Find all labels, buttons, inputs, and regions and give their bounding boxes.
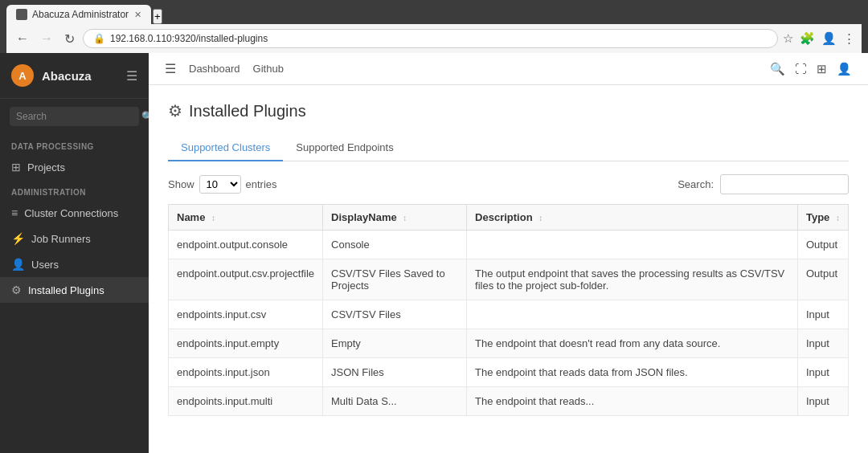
installed-plugins-icon: ⚙: [11, 284, 22, 296]
reload-button[interactable]: ↻: [61, 30, 78, 48]
cell-type: Input: [797, 329, 848, 358]
sidebar-item-users-label: Users: [31, 259, 59, 271]
sidebar-item-job-runners-label: Job Runners: [31, 233, 91, 245]
section-label-administration: ADMINISTRATION: [0, 180, 149, 200]
cell-name: endpoint.output.csv.projectfile: [169, 259, 323, 300]
col-header-name[interactable]: Name ↕: [169, 205, 323, 231]
search-input[interactable]: [16, 111, 137, 122]
cell-type: Output: [797, 231, 848, 259]
new-tab-button[interactable]: +: [153, 9, 162, 24]
app-logo: A: [11, 64, 34, 87]
cell-displayname: Empty: [323, 329, 467, 358]
active-tab[interactable]: Abacuza Administrator ✕: [6, 5, 151, 24]
address-bar[interactable]: 🔒 192.168.0.110:9320/installed-plugins: [83, 29, 778, 48]
cell-type: Input: [797, 387, 848, 416]
extensions-button[interactable]: 🧩: [800, 31, 815, 46]
cell-displayname: CSV/TSV Files Saved to Projects: [323, 259, 467, 300]
cell-name: endpoints.input.empty: [169, 329, 323, 358]
projects-icon: ⊞: [11, 161, 21, 173]
sidebar-item-users[interactable]: 👤 Users: [0, 251, 149, 277]
sort-icon-displayname: ↕: [403, 214, 407, 222]
cell-displayname: CSV/TSV Files: [323, 300, 467, 329]
table-row: endpoints.input.multi Multi Data S... Th…: [169, 387, 849, 416]
data-table: Name ↕ DisplayName ↕ Description ↕ Typ: [168, 204, 849, 416]
sidebar-item-projects[interactable]: ⊞ Projects: [0, 154, 149, 180]
tab-favicon: [16, 9, 27, 20]
table-row: endpoint.output.csv.projectfile CSV/TSV …: [169, 259, 849, 300]
topbar-menu-icon[interactable]: ☰: [165, 61, 176, 76]
cell-description: The output endpoint that saves the proce…: [467, 259, 798, 300]
page-title-text: Installed Plugins: [189, 102, 306, 120]
sidebar: A Abacuza ☰ 🔍 DATA PROCESSING ⊞ Projects…: [0, 53, 149, 453]
table-search: Search:: [678, 174, 849, 194]
browser-actions: ☆ 🧩 👤 ⋮: [783, 31, 855, 46]
hamburger-icon[interactable]: ☰: [126, 68, 137, 84]
browser-toolbar: ← → ↻ 🔒 192.168.0.110:9320/installed-plu…: [6, 24, 862, 53]
topbar-actions: 🔍 ⛶ ⊞ 👤: [770, 62, 852, 76]
sidebar-item-installed-plugins[interactable]: ⚙ Installed Plugins: [0, 277, 149, 303]
app-name: Abacuza: [42, 69, 92, 83]
table-body: endpoint.output.console Console Output e…: [169, 231, 849, 416]
page-title: ⚙ Installed Plugins: [168, 101, 849, 120]
sidebar-search: 🔍: [0, 99, 149, 134]
entries-suffix: entries: [246, 178, 277, 190]
cell-description: The endpoint that reads data from JSON f…: [467, 358, 798, 387]
tab-title: Abacuza Administrator: [32, 9, 129, 20]
col-header-type[interactable]: Type ↕: [797, 205, 848, 231]
sort-icon-name: ↕: [211, 214, 215, 222]
address-text: 192.168.0.110:9320/installed-plugins: [110, 33, 268, 44]
tab-supported-endpoints[interactable]: Supported Endpoints: [283, 135, 406, 161]
cell-name: endpoint.output.console: [169, 231, 323, 259]
table-row: endpoints.input.csv CSV/TSV Files Input: [169, 300, 849, 329]
topbar: ☰ Dashboard Github 🔍 ⛶ ⊞ 👤: [149, 53, 868, 85]
cell-name: endpoints.input.json: [169, 358, 323, 387]
cell-description: The endpoint that reads...: [467, 387, 798, 416]
profile-button[interactable]: 👤: [821, 31, 837, 46]
job-runners-icon: ⚡: [11, 232, 25, 245]
cell-type: Input: [797, 358, 848, 387]
table-row: endpoint.output.console Console Output: [169, 231, 849, 259]
browser-chrome: Abacuza Administrator ✕ + ← → ↻ 🔒 192.16…: [0, 0, 868, 53]
cluster-connections-icon: ≡: [11, 206, 18, 219]
table-row: endpoints.input.empty Empty The endpoint…: [169, 329, 849, 358]
show-label: Show: [168, 178, 194, 190]
table-search-input[interactable]: [720, 174, 849, 194]
sidebar-header: A Abacuza ☰: [0, 53, 149, 99]
sidebar-item-projects-label: Projects: [27, 161, 65, 173]
sidebar-item-installed-plugins-label: Installed Plugins: [28, 284, 104, 296]
cell-description: [467, 231, 798, 259]
topbar-user-icon[interactable]: 👤: [837, 62, 852, 76]
tab-close-button[interactable]: ✕: [134, 10, 141, 20]
topbar-link-dashboard[interactable]: Dashboard: [189, 63, 240, 75]
bookmarks-button[interactable]: ☆: [783, 31, 793, 46]
menu-button[interactable]: ⋮: [843, 31, 855, 46]
sidebar-item-cluster-connections[interactable]: ≡ Cluster Connections: [0, 200, 149, 226]
sidebar-item-job-runners[interactable]: ⚡ Job Runners: [0, 226, 149, 251]
topbar-search-icon[interactable]: 🔍: [770, 62, 785, 76]
topbar-expand-icon[interactable]: ⛶: [795, 62, 807, 76]
col-header-description[interactable]: Description ↕: [467, 205, 798, 231]
search-box: 🔍: [10, 107, 139, 126]
app-layout: A Abacuza ☰ 🔍 DATA PROCESSING ⊞ Projects…: [0, 53, 868, 453]
back-button[interactable]: ←: [13, 30, 32, 47]
topbar-grid-icon[interactable]: ⊞: [817, 62, 827, 76]
topbar-link-github[interactable]: Github: [253, 63, 284, 75]
sidebar-item-cluster-connections-label: Cluster Connections: [24, 207, 118, 219]
section-label-data-processing: DATA PROCESSING: [0, 134, 149, 154]
search-icon: 🔍: [141, 111, 149, 122]
sort-icon-type: ↕: [836, 214, 840, 222]
cell-name: endpoints.input.csv: [169, 300, 323, 329]
cell-type: Output: [797, 259, 848, 300]
tabs-container: Supported Clusters Supported Endpoints: [168, 135, 849, 161]
entries-select[interactable]: 10 25 50 100: [199, 175, 241, 194]
tab-supported-clusters[interactable]: Supported Clusters: [168, 135, 283, 161]
page-title-icon: ⚙: [168, 101, 182, 120]
cell-displayname: Console: [323, 231, 467, 259]
table-controls: Show 10 25 50 100 entries Search:: [168, 174, 849, 194]
col-header-displayname[interactable]: DisplayName ↕: [323, 205, 467, 231]
cell-name: endpoints.input.multi: [169, 387, 323, 416]
sort-icon-description: ↕: [538, 214, 542, 222]
lock-icon: 🔒: [93, 33, 105, 44]
cell-type: Input: [797, 300, 848, 329]
forward-button[interactable]: →: [37, 30, 56, 47]
